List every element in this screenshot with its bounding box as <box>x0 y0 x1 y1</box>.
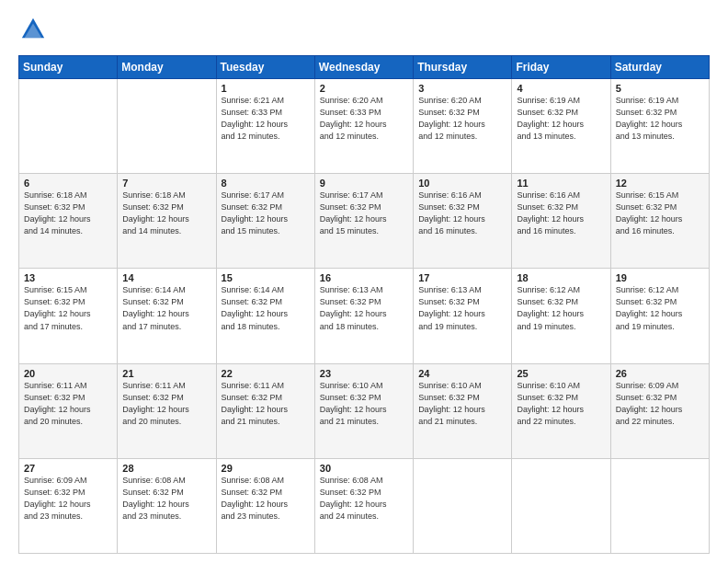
day-info: Sunrise: 6:12 AMSunset: 6:32 PMDaylight:… <box>517 284 605 332</box>
day-number: 4 <box>517 83 605 94</box>
page: SundayMondayTuesdayWednesdayThursdayFrid… <box>0 0 728 563</box>
day-info: Sunrise: 6:16 AMSunset: 6:32 PMDaylight:… <box>517 190 605 237</box>
calendar-cell: 6Sunrise: 6:18 AMSunset: 6:32 PMDaylight… <box>19 174 118 269</box>
calendar-cell: 11Sunrise: 6:16 AMSunset: 6:32 PMDayligh… <box>512 174 610 269</box>
day-number: 22 <box>222 368 310 379</box>
day-info: Sunrise: 6:10 AMSunset: 6:32 PMDaylight:… <box>320 380 408 428</box>
day-number: 26 <box>616 368 704 379</box>
calendar-cell: 2Sunrise: 6:20 AMSunset: 6:33 PMDaylight… <box>314 79 413 174</box>
day-number: 7 <box>122 178 210 189</box>
calendar-cell: 25Sunrise: 6:10 AMSunset: 6:32 PMDayligh… <box>512 363 610 458</box>
day-number: 19 <box>616 272 704 283</box>
day-info: Sunrise: 6:10 AMSunset: 6:32 PMDaylight:… <box>517 380 605 428</box>
day-number: 29 <box>222 463 310 474</box>
calendar-cell: 21Sunrise: 6:11 AMSunset: 6:32 PMDayligh… <box>118 363 216 458</box>
calendar-cell: 4Sunrise: 6:19 AMSunset: 6:32 PMDaylight… <box>512 79 610 174</box>
calendar-cell: 22Sunrise: 6:11 AMSunset: 6:32 PMDayligh… <box>216 363 314 458</box>
day-info: Sunrise: 6:11 AMSunset: 6:32 PMDaylight:… <box>222 380 310 428</box>
calendar-cell: 3Sunrise: 6:20 AMSunset: 6:32 PMDaylight… <box>414 79 512 174</box>
calendar-body: 1Sunrise: 6:21 AMSunset: 6:33 PMDaylight… <box>19 79 710 554</box>
calendar-cell: 14Sunrise: 6:14 AMSunset: 6:32 PMDayligh… <box>118 269 216 363</box>
logo <box>18 17 50 46</box>
week-row-1: 1Sunrise: 6:21 AMSunset: 6:33 PMDaylight… <box>19 79 710 174</box>
day-number: 25 <box>517 368 605 379</box>
header-cell-thursday: Thursday <box>414 56 512 79</box>
day-number: 9 <box>320 178 408 189</box>
calendar-cell: 15Sunrise: 6:14 AMSunset: 6:32 PMDayligh… <box>216 269 314 363</box>
calendar-cell: 23Sunrise: 6:10 AMSunset: 6:32 PMDayligh… <box>314 363 413 458</box>
calendar-cell: 30Sunrise: 6:08 AMSunset: 6:32 PMDayligh… <box>314 458 413 553</box>
day-number: 18 <box>517 272 605 283</box>
day-number: 6 <box>24 178 112 189</box>
week-row-2: 6Sunrise: 6:18 AMSunset: 6:32 PMDaylight… <box>19 174 710 269</box>
day-info: Sunrise: 6:13 AMSunset: 6:32 PMDaylight:… <box>320 284 408 332</box>
day-info: Sunrise: 6:08 AMSunset: 6:32 PMDaylight:… <box>122 475 210 523</box>
day-number: 28 <box>122 463 210 474</box>
day-info: Sunrise: 6:15 AMSunset: 6:32 PMDaylight:… <box>24 284 112 332</box>
day-number: 5 <box>616 83 704 94</box>
day-number: 30 <box>320 463 408 474</box>
calendar-header: SundayMondayTuesdayWednesdayThursdayFrid… <box>19 56 710 79</box>
calendar-cell: 24Sunrise: 6:10 AMSunset: 6:32 PMDayligh… <box>414 363 512 458</box>
calendar-cell: 28Sunrise: 6:08 AMSunset: 6:32 PMDayligh… <box>118 458 216 553</box>
day-info: Sunrise: 6:19 AMSunset: 6:32 PMDaylight:… <box>517 95 605 143</box>
day-number: 3 <box>418 83 506 94</box>
calendar-cell: 16Sunrise: 6:13 AMSunset: 6:32 PMDayligh… <box>314 269 413 363</box>
calendar-cell: 7Sunrise: 6:18 AMSunset: 6:32 PMDaylight… <box>118 174 216 269</box>
calendar-cell: 18Sunrise: 6:12 AMSunset: 6:32 PMDayligh… <box>512 269 610 363</box>
day-info: Sunrise: 6:09 AMSunset: 6:32 PMDaylight:… <box>24 475 112 523</box>
calendar-cell: 13Sunrise: 6:15 AMSunset: 6:32 PMDayligh… <box>19 269 118 363</box>
calendar-cell: 19Sunrise: 6:12 AMSunset: 6:32 PMDayligh… <box>610 269 709 363</box>
header-cell-monday: Monday <box>118 56 216 79</box>
header-cell-saturday: Saturday <box>610 56 709 79</box>
header-cell-tuesday: Tuesday <box>216 56 314 79</box>
day-info: Sunrise: 6:15 AMSunset: 6:32 PMDaylight:… <box>616 190 704 237</box>
calendar-cell: 5Sunrise: 6:19 AMSunset: 6:32 PMDaylight… <box>610 79 709 174</box>
day-number: 23 <box>320 368 408 379</box>
calendar-cell: 8Sunrise: 6:17 AMSunset: 6:32 PMDaylight… <box>216 174 314 269</box>
calendar-cell: 10Sunrise: 6:16 AMSunset: 6:32 PMDayligh… <box>414 174 512 269</box>
calendar-cell: 17Sunrise: 6:13 AMSunset: 6:32 PMDayligh… <box>414 269 512 363</box>
week-row-4: 20Sunrise: 6:11 AMSunset: 6:32 PMDayligh… <box>19 363 710 458</box>
calendar-cell: 26Sunrise: 6:09 AMSunset: 6:32 PMDayligh… <box>610 363 709 458</box>
day-info: Sunrise: 6:12 AMSunset: 6:32 PMDaylight:… <box>616 284 704 332</box>
day-number: 17 <box>418 272 506 283</box>
day-info: Sunrise: 6:13 AMSunset: 6:32 PMDaylight:… <box>418 284 506 332</box>
day-info: Sunrise: 6:19 AMSunset: 6:32 PMDaylight:… <box>616 95 704 143</box>
day-number: 13 <box>24 272 112 283</box>
day-number: 11 <box>517 178 605 189</box>
day-number: 10 <box>418 178 506 189</box>
calendar-cell: 9Sunrise: 6:17 AMSunset: 6:32 PMDaylight… <box>314 174 413 269</box>
header <box>18 17 710 46</box>
calendar-table: SundayMondayTuesdayWednesdayThursdayFrid… <box>18 55 710 554</box>
day-info: Sunrise: 6:14 AMSunset: 6:32 PMDaylight:… <box>122 284 210 332</box>
calendar-cell <box>512 458 610 553</box>
header-cell-wednesday: Wednesday <box>314 56 413 79</box>
week-row-5: 27Sunrise: 6:09 AMSunset: 6:32 PMDayligh… <box>19 458 710 553</box>
day-info: Sunrise: 6:17 AMSunset: 6:32 PMDaylight:… <box>222 190 310 237</box>
calendar-cell: 27Sunrise: 6:09 AMSunset: 6:32 PMDayligh… <box>19 458 118 553</box>
day-info: Sunrise: 6:16 AMSunset: 6:32 PMDaylight:… <box>418 190 506 237</box>
day-number: 8 <box>222 178 310 189</box>
day-info: Sunrise: 6:10 AMSunset: 6:32 PMDaylight:… <box>418 380 506 428</box>
day-number: 21 <box>122 368 210 379</box>
logo-icon <box>20 17 46 42</box>
calendar-cell <box>118 79 216 174</box>
calendar-cell: 20Sunrise: 6:11 AMSunset: 6:32 PMDayligh… <box>19 363 118 458</box>
day-info: Sunrise: 6:08 AMSunset: 6:32 PMDaylight:… <box>320 475 408 523</box>
header-row: SundayMondayTuesdayWednesdayThursdayFrid… <box>19 56 710 79</box>
day-info: Sunrise: 6:11 AMSunset: 6:32 PMDaylight:… <box>24 380 112 428</box>
week-row-3: 13Sunrise: 6:15 AMSunset: 6:32 PMDayligh… <box>19 269 710 363</box>
day-info: Sunrise: 6:20 AMSunset: 6:33 PMDaylight:… <box>320 95 408 143</box>
calendar-cell <box>610 458 709 553</box>
day-info: Sunrise: 6:09 AMSunset: 6:32 PMDaylight:… <box>616 380 704 428</box>
day-info: Sunrise: 6:21 AMSunset: 6:33 PMDaylight:… <box>222 95 310 143</box>
day-info: Sunrise: 6:17 AMSunset: 6:32 PMDaylight:… <box>320 190 408 237</box>
calendar-cell <box>19 79 118 174</box>
day-info: Sunrise: 6:11 AMSunset: 6:32 PMDaylight:… <box>122 380 210 428</box>
day-info: Sunrise: 6:08 AMSunset: 6:32 PMDaylight:… <box>222 475 310 523</box>
day-number: 24 <box>418 368 506 379</box>
day-number: 16 <box>320 272 408 283</box>
header-cell-sunday: Sunday <box>19 56 118 79</box>
day-info: Sunrise: 6:20 AMSunset: 6:32 PMDaylight:… <box>418 95 506 143</box>
